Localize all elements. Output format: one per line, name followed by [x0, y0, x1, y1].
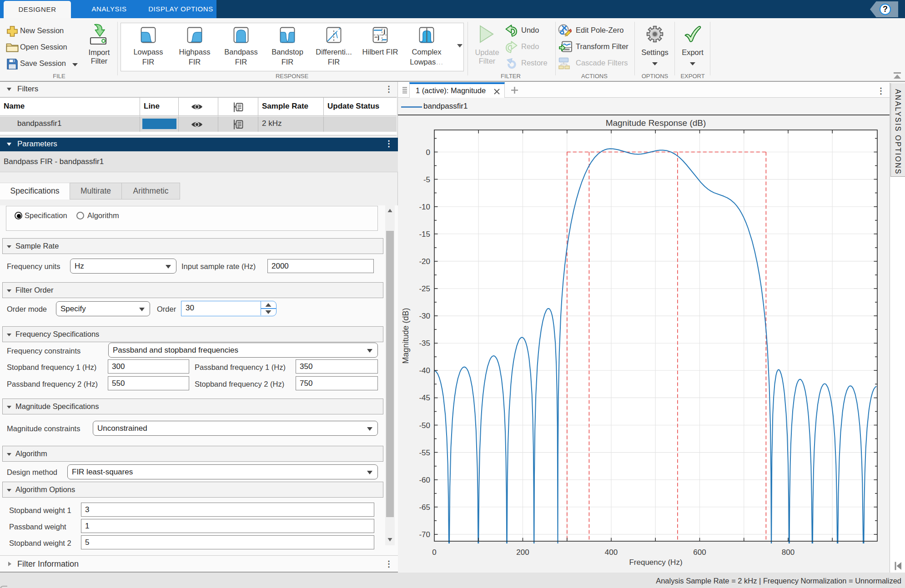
svg-text:800: 800 [782, 548, 794, 557]
svg-text:0: 0 [426, 148, 430, 157]
svg-text:-20: -20 [419, 257, 430, 266]
svg-text:−j: −j [374, 34, 379, 40]
svg-text:-5: -5 [423, 175, 430, 184]
svg-text:Magnitude (dB): Magnitude (dB) [401, 308, 410, 364]
svg-text:0: 0 [432, 548, 436, 557]
svg-text:-60: -60 [419, 476, 430, 484]
svg-text:-10: -10 [419, 203, 430, 211]
svg-text:-55: -55 [419, 448, 430, 457]
svg-text:-45: -45 [419, 394, 430, 402]
svg-text:200: 200 [516, 548, 529, 557]
svg-text:-65: -65 [419, 503, 430, 512]
svg-text:-30: -30 [419, 312, 430, 320]
svg-text:-40: -40 [419, 366, 430, 375]
svg-text:400: 400 [605, 548, 618, 557]
svg-text:-15: -15 [419, 230, 430, 239]
svg-text:Frequency (Hz): Frequency (Hz) [629, 558, 682, 567]
svg-text:-50: -50 [419, 421, 430, 430]
svg-text:j: j [383, 28, 386, 35]
svg-text:-70: -70 [419, 530, 430, 539]
svg-text:-35: -35 [419, 339, 430, 348]
svg-text:Magnitude Response (dB): Magnitude Response (dB) [606, 118, 706, 128]
svg-text:600: 600 [693, 548, 706, 557]
svg-text:-25: -25 [419, 284, 430, 293]
